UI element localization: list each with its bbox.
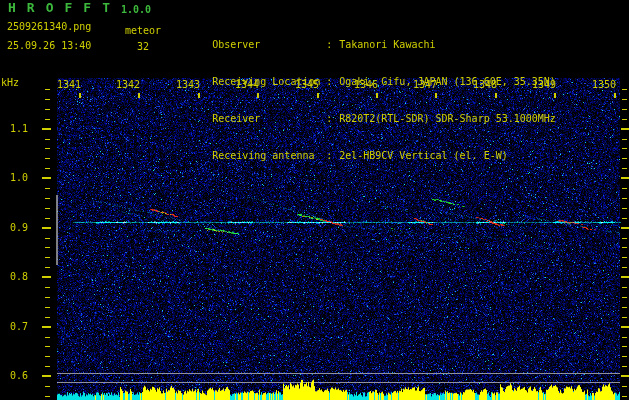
observer-label: Observer [212, 39, 326, 51]
y-axis-unit-label: kHz [1, 77, 19, 89]
observer-value: Takanori Kawachi [339, 39, 435, 50]
x-axis-tick-label: 1345 [273, 79, 319, 91]
separator: : [326, 39, 332, 51]
receiver-label: Receiver [212, 113, 326, 125]
y-axis-tick-label: 0.7 [10, 321, 40, 333]
info-row-observer: Observer:Takanori Kawachi [176, 27, 556, 40]
x-axis-tick-label: 1342 [94, 79, 140, 91]
antenna-label: Receiving antenna [212, 150, 326, 162]
observation-mode: meteor [122, 25, 164, 37]
y-axis-tick-label: 0.6 [10, 370, 40, 382]
x-axis-tick-label: 1350 [570, 79, 616, 91]
x-axis-tick-label: 1347 [391, 79, 437, 91]
x-axis-tick-label: 1349 [510, 79, 556, 91]
hrofft-screen: HROFFT 1.0.0 2509261340.png meteor 25.09… [0, 0, 629, 400]
app-title: HROFFT [8, 2, 121, 14]
info-row-receiver: Receiver:R820T2(RTL-SDR) SDR-Sharp 53.10… [176, 101, 556, 114]
x-axis-tick-label: 1346 [332, 79, 378, 91]
meteor-echo-count: 32 [122, 41, 164, 53]
x-axis-tick-label: 1344 [213, 79, 259, 91]
separator: : [326, 150, 332, 162]
separator: : [326, 113, 332, 125]
observation-datetime: 25.09.26 13:40 [7, 40, 91, 52]
info-row-antenna: Receiving antenna:2el-HB9CV Vertical (el… [176, 138, 556, 151]
output-filename: 2509261340.png [7, 21, 91, 33]
y-axis-tick-label: 1.1 [10, 123, 40, 135]
x-axis-tick-label: 1343 [154, 79, 200, 91]
receiver-value: R820T2(RTL-SDR) SDR-Sharp 53.1000MHz [339, 113, 556, 124]
x-axis-tick-label: 1341 [35, 79, 81, 91]
app-version: 1.0.0 [121, 4, 151, 16]
y-axis-tick-label: 0.9 [10, 222, 40, 234]
y-axis-tick-label: 0.8 [10, 271, 40, 283]
x-axis-tick-label: 1348 [451, 79, 497, 91]
info-row-location: Receiving Location:Ogaki, Gifu, JAPAN (1… [176, 64, 556, 77]
antenna-value: 2el-HB9CV Vertical (el. E-W) [339, 150, 508, 161]
y-axis-tick-label: 1.0 [10, 172, 40, 184]
